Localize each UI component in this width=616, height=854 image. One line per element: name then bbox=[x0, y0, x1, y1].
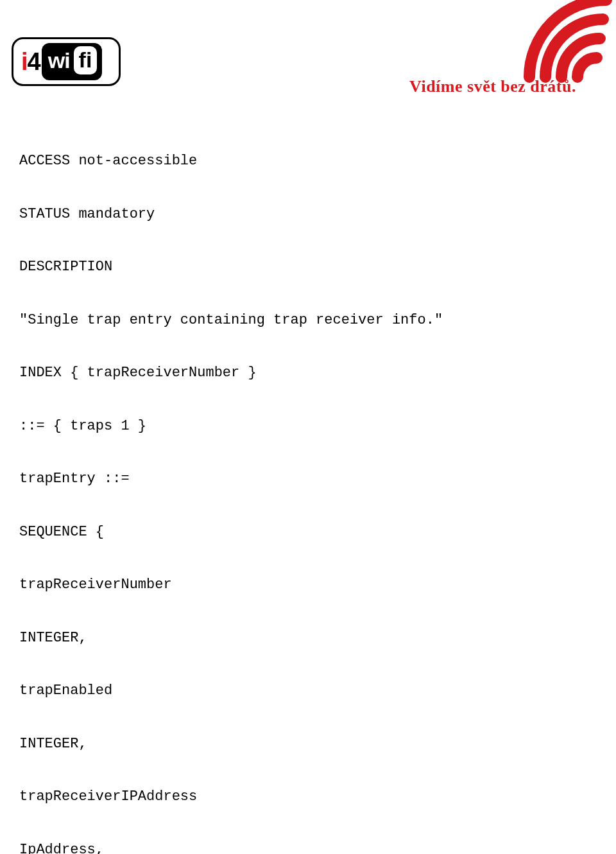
page-header: i4 wi fi Vidíme svět bez drátů. bbox=[0, 0, 616, 106]
wifi-arcs-icon bbox=[501, 0, 616, 90]
code-block: ACCESS not-accessible STATUS mandatory D… bbox=[19, 117, 443, 854]
logo-i: i bbox=[21, 48, 28, 75]
logo-fi: fi bbox=[74, 46, 98, 74]
brand-logo: i4 wi fi bbox=[12, 37, 121, 86]
code-line: INTEGER, bbox=[19, 629, 443, 647]
logo-four: 4 bbox=[28, 48, 40, 75]
logo-box: i4 wi fi bbox=[12, 37, 121, 86]
logo-right-box: wi fi bbox=[42, 43, 103, 80]
code-line: INTEGER, bbox=[19, 735, 443, 753]
code-line: trapEnabled bbox=[19, 682, 443, 700]
code-line: ACCESS not-accessible bbox=[19, 152, 443, 170]
code-line: STATUS mandatory bbox=[19, 205, 443, 223]
page: i4 wi fi Vidíme svět bez drátů. ACCESS bbox=[0, 0, 616, 854]
code-line: ::= { traps 1 } bbox=[19, 417, 443, 435]
code-line: "Single trap entry containing trap recei… bbox=[19, 311, 443, 329]
tagline-text: Vidíme svět bez drátů. bbox=[409, 77, 576, 96]
code-line: trapReceiverNumber bbox=[19, 576, 443, 594]
code-line: SEQUENCE { bbox=[19, 523, 443, 541]
code-line: IpAddress, bbox=[19, 841, 443, 855]
code-line: trapReceiverIPAddress bbox=[19, 788, 443, 806]
logo-left-text: i4 bbox=[21, 48, 40, 76]
logo-wi: wi bbox=[48, 48, 70, 73]
code-line: trapEntry ::= bbox=[19, 470, 443, 488]
code-line: DESCRIPTION bbox=[19, 258, 443, 276]
code-line: INDEX { trapReceiverNumber } bbox=[19, 364, 443, 382]
